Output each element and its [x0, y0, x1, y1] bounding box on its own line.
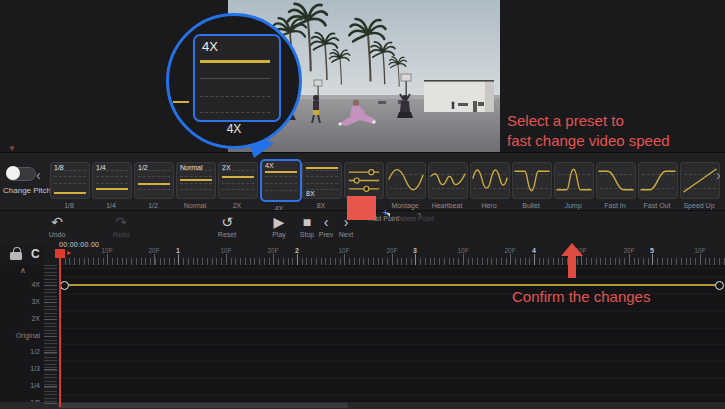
- preset-name-label: Fast Out: [638, 202, 676, 209]
- preset-card-label: 2X: [222, 164, 231, 171]
- curve-icon: [513, 163, 551, 198]
- axis-tick: [44, 369, 57, 370]
- grid-dash: [54, 183, 86, 184]
- speed-level-line: [54, 192, 86, 194]
- grid-dash: [265, 190, 297, 191]
- preset-card-label: 8X: [306, 190, 315, 197]
- speed-curve-line[interactable]: [60, 284, 722, 286]
- change-pitch-label: Change Pitch: [3, 186, 51, 195]
- preset-name-label: Hero: [470, 202, 508, 209]
- magnified-preset-label: 4X: [202, 39, 218, 54]
- magnifier-callout: 4X 4X: [166, 13, 302, 149]
- ruler-label: 20F: [148, 247, 159, 254]
- preset-hero[interactable]: Hero: [470, 162, 508, 212]
- grid-dash: [180, 189, 212, 190]
- timeline-corner: C: [0, 245, 44, 265]
- preset-8x[interactable]: 8X8X: [302, 162, 340, 212]
- ruler-label: 10F: [338, 247, 349, 254]
- playhead-handle[interactable]: [55, 249, 65, 258]
- grid-dash: [200, 112, 270, 113]
- redo-button[interactable]: ↷ Redo: [103, 214, 139, 238]
- speed-row-label: 1/2: [0, 348, 40, 355]
- grid-dash: [138, 176, 170, 177]
- preset-fast-out[interactable]: Fast Out: [638, 162, 676, 212]
- speed-level-line: [180, 179, 212, 181]
- playhead-line[interactable]: [59, 249, 61, 407]
- speed-level-line: [96, 188, 128, 190]
- preset-name-label: 8X: [302, 202, 340, 209]
- preset-bullet[interactable]: Bullet: [512, 162, 550, 212]
- preset-4x[interactable]: 4X4X: [260, 162, 298, 212]
- redo-icon: ↷: [103, 214, 139, 230]
- curve-icon: [597, 163, 635, 198]
- preset-jump[interactable]: Jump: [554, 162, 592, 212]
- presets-scroll-left-icon[interactable]: ‹: [36, 167, 41, 183]
- speed-row-label: 1/4: [0, 382, 40, 389]
- timeline-scrollbar-thumb[interactable]: [58, 403, 348, 408]
- timeline-ruler[interactable]: 10F20F110F20F210F20F310F20F410F20F510F: [0, 245, 725, 266]
- preset-name-label: Speed Up: [680, 202, 718, 209]
- white-building: [424, 80, 494, 112]
- axis-tick: [44, 403, 57, 404]
- preset-card-label: 1/8: [54, 164, 64, 171]
- snap-icon[interactable]: C: [31, 247, 40, 261]
- reset-icon: ↺: [209, 214, 245, 230]
- axis-tick: [44, 302, 57, 303]
- preset-name-label: 2X: [218, 202, 256, 209]
- ruler-label: 5: [650, 247, 654, 254]
- toggle-knob[interactable]: [6, 166, 20, 180]
- speed-editor-window: 4X 4X Select a preset to fast change vid…: [0, 0, 725, 409]
- curve-icon: [471, 163, 509, 198]
- grid-dash: [200, 96, 270, 97]
- reset-button[interactable]: ↺ Reset: [209, 214, 245, 238]
- preset-name-label: Montage: [386, 202, 424, 209]
- playhead-flag-icon: ▸: [67, 248, 71, 257]
- keyframe-point-start[interactable]: [60, 281, 69, 290]
- axis-tick: [44, 352, 57, 353]
- change-pitch-toggle[interactable]: [6, 167, 36, 181]
- grid-dash: [180, 183, 212, 184]
- preset-1-8[interactable]: 1/81/8: [50, 162, 88, 212]
- preset-montage[interactable]: Montage: [386, 162, 424, 212]
- ruler-label: 10F: [457, 247, 468, 254]
- preset-name-label: Jump: [554, 202, 592, 209]
- grid-dash: [306, 176, 338, 177]
- preset-card-label: 1/2: [138, 164, 148, 171]
- preset-card-label: 4X: [265, 162, 274, 169]
- preset-name-label: 1/2: [134, 202, 172, 209]
- ruler-label: 20F: [386, 247, 397, 254]
- panel-collapse-icon[interactable]: ▼: [8, 144, 16, 153]
- preset-2x[interactable]: 2X2X: [218, 162, 256, 212]
- preset-heartbeat[interactable]: Heartbeat: [428, 162, 466, 212]
- preset-speed-up[interactable]: Speed Up: [680, 162, 718, 212]
- collapse-rows-icon[interactable]: ∧: [20, 266, 26, 275]
- timeline: 10F20F110F20F210F20F310F20F410F20F510F C…: [0, 245, 725, 409]
- preset-1-4[interactable]: 1/41/4: [92, 162, 130, 212]
- axis-tick: [44, 336, 57, 337]
- grid-line: [200, 78, 270, 79]
- ruler-label: 10F: [101, 247, 112, 254]
- speed-row-label: 3X: [0, 298, 40, 305]
- curve-icon: [639, 163, 677, 198]
- ruler-label: 20F: [504, 247, 515, 254]
- preset-1-2[interactable]: 1/21/2: [134, 162, 172, 212]
- preset-name-label: Heartbeat: [428, 202, 466, 209]
- custom-sliders-icon: [345, 163, 383, 198]
- grid-dash: [306, 170, 338, 171]
- ruler-label: 20F: [267, 247, 278, 254]
- axis-tick: [44, 386, 57, 387]
- magnified-preset-caption: 4X: [169, 122, 299, 136]
- speed-level-line: [138, 183, 170, 185]
- grid-dash: [138, 189, 170, 190]
- grid-dash: [222, 183, 254, 184]
- preset-normal[interactable]: NormalNormal: [176, 162, 214, 212]
- preset-fast-in[interactable]: Fast In: [596, 162, 634, 212]
- preview-section: 4X 4X Select a preset to fast change vid…: [0, 0, 725, 152]
- delete-point-button[interactable]: Delete Point: [392, 214, 438, 222]
- presets-scroll-right-icon[interactable]: ›: [716, 167, 721, 183]
- ruler-label: 10F: [220, 247, 231, 254]
- preset-card-label: 1/4: [96, 164, 106, 171]
- undo-button[interactable]: ↶ Undo: [39, 214, 75, 238]
- grid-dash: [222, 189, 254, 190]
- keyframe-point-end[interactable]: [715, 281, 724, 290]
